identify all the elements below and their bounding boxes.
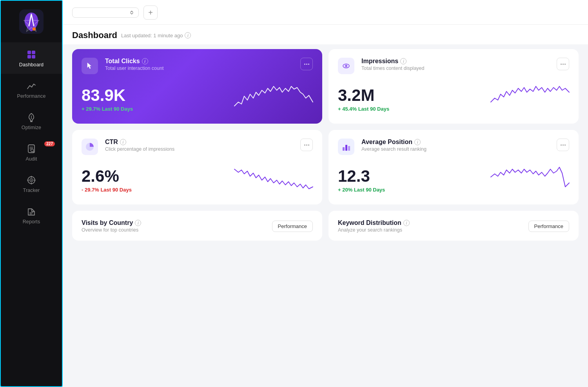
app-logo (19, 9, 44, 34)
total-clicks-title: Total Clicks i (105, 58, 297, 65)
total-clicks-chart (137, 80, 313, 112)
keyword-distribution-card: Keyword Distribution i Analyze your sear… (328, 211, 579, 241)
impressions-menu-btn[interactable] (557, 58, 569, 70)
audit-icon (26, 144, 36, 154)
impressions-card: Impressions i Total times content displa… (328, 49, 579, 124)
sidebar-item-label-optimize: Optimize (22, 125, 41, 130)
impressions-chart (393, 80, 569, 112)
impressions-change: + 45.4% Last 90 Days (338, 106, 389, 112)
impressions-subtitle: Total times content displayed (361, 66, 554, 71)
total-clicks-title-group: Total Clicks i Total user interaction co… (105, 58, 297, 71)
sidebar-item-label-performance: Performance (17, 93, 46, 99)
impressions-title: Impressions i (361, 58, 554, 65)
ctr-card: CTR i Click percentage of impressions 2.… (72, 130, 322, 204)
impressions-value: 3.2M (338, 87, 389, 104)
sidebar-item-audit[interactable]: 227 Audit (1, 137, 62, 168)
avg-position-title: Average Position i (361, 139, 554, 146)
add-tab-button[interactable]: + (143, 5, 158, 20)
ctr-header: CTR i Click percentage of impressions (82, 139, 313, 155)
svg-rect-23 (343, 147, 345, 151)
visits-by-country-card: Visits by Country i Overview for top cou… (72, 211, 322, 241)
total-clicks-value-row: 83.9K + 29.7% Last 90 Days (82, 80, 313, 112)
svg-point-21 (345, 65, 347, 67)
avg-position-card: Average Position i Average search result… (328, 130, 579, 204)
total-clicks-menu-btn[interactable] (300, 58, 313, 70)
dashboard-icon (26, 49, 36, 60)
sidebar-item-reports[interactable]: Reports (1, 199, 62, 231)
keyword-dist-info-icon[interactable]: i (403, 220, 410, 226)
bar-chart-icon (341, 142, 351, 152)
avg-position-value-group: 12.3 + 20% Last 90 Days (338, 168, 385, 193)
svg-rect-2 (27, 51, 31, 54)
dashboard-content: Total Clicks i Total user interaction co… (63, 44, 588, 387)
logo-area (1, 1, 62, 41)
avg-position-subtitle: Average search result ranking (361, 146, 554, 152)
visits-country-title-group: Visits by Country i Overview for top cou… (82, 219, 141, 233)
sidebar-item-tracker[interactable]: Tracker (1, 168, 62, 199)
impressions-value-row: 3.2M + 45.4% Last 90 Days (338, 80, 569, 112)
pie-chart-icon (83, 141, 96, 153)
ctr-value: 2.6% (82, 168, 132, 184)
keyword-dist-header: Keyword Distribution i Analyze your sear… (338, 219, 569, 233)
ctr-value-group: 2.6% - 29.7% Last 90 Days (82, 168, 132, 193)
avg-position-title-group: Average Position i Average search result… (361, 139, 554, 152)
header-info-icon[interactable]: i (185, 32, 191, 38)
svg-rect-25 (348, 146, 350, 151)
sidebar-item-optimize[interactable]: Optimize (1, 105, 62, 137)
chevron-updown-icon (130, 10, 134, 15)
metrics-cards-row: Total Clicks i Total user interaction co… (72, 49, 579, 124)
avg-position-header: Average Position i Average search result… (338, 139, 569, 155)
impressions-title-group: Impressions i Total times content displa… (361, 58, 554, 71)
keyword-dist-subtitle: Analyze your search rankings (338, 227, 410, 233)
total-clicks-info-icon[interactable]: i (142, 58, 148, 64)
impressions-header: Impressions i Total times content displa… (338, 58, 569, 74)
total-clicks-header: Total Clicks i Total user interaction co… (82, 58, 313, 74)
audit-badge: 227 (44, 141, 55, 146)
total-clicks-value: 83.9K (82, 87, 133, 104)
optimize-icon (26, 112, 36, 122)
main-content: + Dashboard Last updated: 1 minute ago i (63, 0, 588, 387)
avg-position-menu-btn[interactable] (557, 139, 569, 151)
topbar: + (63, 0, 588, 25)
sidebar-item-label-reports: Reports (23, 219, 40, 225)
total-clicks-subtitle: Total user interaction count (105, 66, 297, 71)
svg-rect-4 (27, 55, 31, 58)
avg-position-chart (389, 161, 569, 193)
total-clicks-change: + 29.7% Last 90 Days (82, 106, 133, 112)
metrics-cards-row-2: CTR i Click percentage of impressions 2.… (72, 130, 579, 204)
ctr-icon-wrap (82, 139, 98, 155)
visits-country-title: Visits by Country i (82, 219, 141, 226)
workspace-select[interactable] (72, 7, 139, 18)
svg-rect-3 (32, 51, 35, 54)
svg-rect-24 (345, 145, 347, 151)
page-title: Dashboard (72, 30, 117, 40)
impressions-value-group: 3.2M + 45.4% Last 90 Days (338, 87, 389, 112)
visits-country-header: Visits by Country i Overview for top cou… (82, 219, 313, 233)
visits-country-info-icon[interactable]: i (135, 220, 141, 226)
sidebar-item-label-audit: Audit (25, 156, 37, 162)
total-clicks-value-group: 83.9K + 29.7% Last 90 Days (82, 87, 133, 112)
tracker-icon (26, 175, 36, 185)
sidebar-item-label-tracker: Tracker (23, 188, 40, 193)
total-clicks-card: Total Clicks i Total user interaction co… (72, 49, 322, 124)
dashboard-header: Dashboard Last updated: 1 minute ago i (63, 25, 588, 44)
ctr-menu-btn[interactable] (300, 139, 313, 151)
visits-country-performance-btn[interactable]: Performance (272, 221, 313, 232)
sidebar-item-dashboard[interactable]: Dashboard (1, 42, 62, 74)
keyword-dist-performance-btn[interactable]: Performance (528, 221, 569, 232)
eye-icon (342, 62, 350, 70)
avg-position-info-icon[interactable]: i (414, 139, 421, 145)
ctr-chart (136, 161, 313, 193)
total-clicks-icon-wrap (82, 58, 98, 74)
ctr-value-row: 2.6% - 29.7% Last 90 Days (82, 161, 313, 193)
impressions-icon-wrap (338, 58, 354, 74)
performance-icon (26, 81, 36, 91)
sidebar-item-performance[interactable]: Performance (1, 74, 62, 105)
avg-position-icon-wrap (338, 139, 354, 155)
cursor-icon (85, 62, 94, 70)
svg-rect-5 (32, 55, 35, 58)
ctr-info-icon[interactable]: i (120, 139, 126, 145)
sidebar: Dashboard Performance Optimize (0, 0, 63, 387)
avg-position-value: 12.3 (338, 168, 385, 184)
impressions-info-icon[interactable]: i (400, 58, 407, 64)
